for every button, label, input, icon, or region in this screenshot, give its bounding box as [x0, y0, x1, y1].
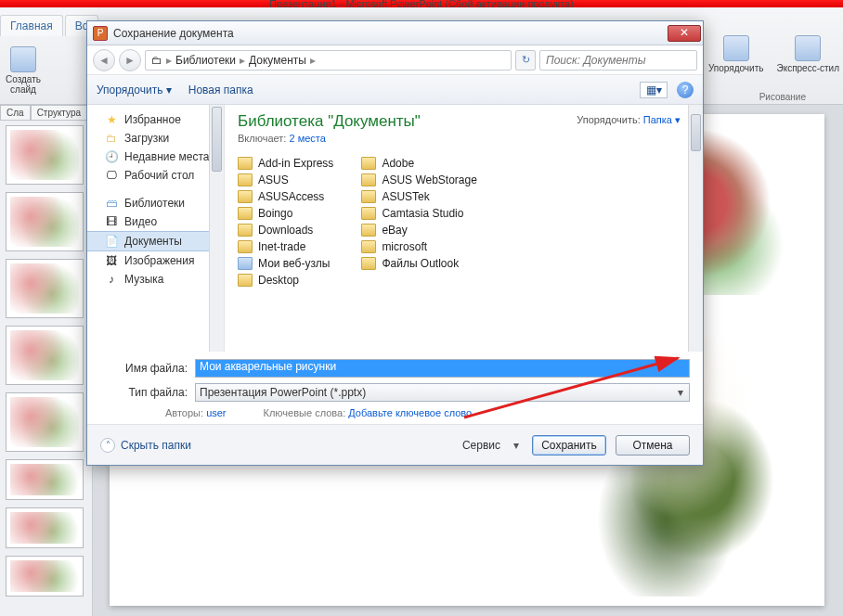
- forward-button[interactable]: ►: [119, 49, 141, 71]
- folder-item[interactable]: ASUSTek: [361, 190, 477, 203]
- chevron-right-icon: ▸: [166, 54, 172, 67]
- nav-music[interactable]: ♪Музыка: [87, 270, 224, 289]
- folder-icon: [238, 190, 253, 203]
- recent-icon: 🕘: [104, 149, 119, 164]
- slide-thumb[interactable]: [6, 192, 84, 251]
- dialog-toolbar: Упорядочить ▾ Новая папка ▦▾ ?: [87, 75, 703, 105]
- folder-icon: [361, 190, 376, 203]
- scrollbar[interactable]: [688, 105, 703, 352]
- app-titlebar: Презентация1 - Microsoft PowerPoint (Сбо…: [0, 0, 843, 7]
- quick-styles-icon: [795, 35, 821, 61]
- nav-desktop[interactable]: 🖵Рабочий стол: [87, 166, 224, 185]
- folder-item[interactable]: Мои веб-узлы: [238, 257, 333, 270]
- arrange-icon: [723, 35, 749, 61]
- ribbon-group-drawing-label: Рисование: [759, 92, 806, 102]
- filetype-label: Тип файла:: [100, 386, 188, 399]
- keywords-value[interactable]: Добавьте ключевое слово: [348, 407, 472, 418]
- dialog-titlebar[interactable]: P Сохранение документа ✕: [87, 21, 703, 45]
- slide-thumb[interactable]: [6, 125, 84, 185]
- arrange-dropdown[interactable]: Папка ▾: [643, 114, 681, 125]
- folder-item[interactable]: Camtasia Studio: [361, 207, 477, 220]
- folder-icon: [238, 257, 253, 270]
- music-icon: ♪: [104, 272, 119, 287]
- folder-item[interactable]: Downloads: [238, 224, 333, 237]
- document-icon: 📄: [104, 234, 119, 249]
- folder-item[interactable]: Desktop: [238, 274, 333, 287]
- nav-libraries[interactable]: 🗃Библиотеки: [87, 194, 224, 212]
- folder-item[interactable]: eBay: [361, 224, 477, 237]
- filename-label: Имя файла:: [100, 362, 188, 375]
- tab-slides[interactable]: Сла: [0, 105, 31, 121]
- refresh-button[interactable]: ↻: [515, 50, 536, 71]
- breadcrumb[interactable]: 🗀 ▸ Библиотеки ▸ Документы ▸: [145, 50, 512, 71]
- folder-item[interactable]: ASUS: [238, 173, 333, 186]
- slide-thumb[interactable]: [6, 259, 84, 318]
- arrange-button[interactable]: Упорядочить: [708, 35, 764, 73]
- desktop-icon: 🖵: [104, 168, 119, 183]
- hide-folders-toggle[interactable]: ˄ Скрыть папки: [100, 438, 191, 453]
- ribbon-tab-home[interactable]: Главная: [0, 15, 63, 36]
- tools-menu[interactable]: Сервис: [462, 439, 500, 452]
- slide-thumb[interactable]: [6, 392, 84, 452]
- folder-item[interactable]: ASUS WebStorage: [361, 173, 477, 186]
- slide-thumb[interactable]: [6, 459, 84, 500]
- nav-recent[interactable]: 🕘Недавние места: [87, 148, 224, 166]
- folder-icon: [238, 224, 253, 237]
- scrollbar[interactable]: [209, 105, 224, 352]
- new-folder-button[interactable]: Новая папка: [188, 83, 253, 96]
- places-link[interactable]: 2 места: [289, 133, 325, 144]
- slide-thumb[interactable]: [6, 507, 84, 548]
- authors-value[interactable]: user: [206, 407, 226, 418]
- help-button[interactable]: ?: [677, 82, 694, 98]
- search-input[interactable]: [539, 50, 697, 71]
- organize-menu[interactable]: Упорядочить ▾: [97, 83, 172, 96]
- quick-styles-button[interactable]: Экспресс-стил: [776, 35, 839, 73]
- library-subtitle: Включает: 2 места: [238, 133, 690, 144]
- close-button[interactable]: ✕: [668, 25, 701, 42]
- dialog-fields: Имя файла: Мои акварельные рисунки Тип ф…: [87, 352, 703, 424]
- folder-item[interactable]: Adobe: [361, 157, 477, 170]
- tab-outline[interactable]: Структура: [31, 105, 87, 121]
- save-button[interactable]: Сохранить: [532, 435, 606, 456]
- folder-icon: [361, 240, 376, 253]
- nav-documents[interactable]: 📄Документы: [87, 231, 224, 251]
- folder-item[interactable]: Add-in Express: [238, 157, 333, 170]
- back-button[interactable]: ◄: [93, 49, 115, 71]
- nav-downloads[interactable]: 🗀Загрузки: [87, 129, 224, 148]
- slide-thumbnails-panel: Сла Структура: [0, 105, 93, 616]
- nav-favorites[interactable]: ★Избранное: [87, 110, 224, 129]
- breadcrumb-documents[interactable]: Документы: [247, 54, 308, 67]
- folder-item[interactable]: ASUSAccess: [238, 190, 333, 203]
- slide-thumb[interactable]: [6, 326, 84, 385]
- breadcrumb-libraries[interactable]: Библиотеки: [174, 54, 238, 67]
- folder-icon: [361, 257, 376, 270]
- folder-item[interactable]: Файлы Outlook: [361, 257, 477, 270]
- folder-icon: [238, 207, 253, 220]
- dialog-footer: ˄ Скрыть папки Сервис ▾ Сохранить Отмена: [87, 424, 703, 465]
- pictures-icon: 🖼: [104, 253, 119, 268]
- folder-item[interactable]: Inet-trade: [238, 240, 333, 253]
- folder-icon: 🗀: [104, 131, 119, 146]
- slide-thumb[interactable]: [6, 556, 84, 597]
- chevron-down-icon: ▾: [674, 386, 687, 399]
- video-icon: 🎞: [104, 214, 119, 229]
- folder-item[interactable]: Boingo: [238, 207, 333, 220]
- filename-input[interactable]: Мои акварельные рисунки: [195, 359, 690, 378]
- cancel-button[interactable]: Отмена: [616, 435, 690, 456]
- keywords-label: Ключевые слова:: [264, 407, 346, 418]
- folder-icon: [361, 207, 376, 220]
- chevron-up-icon: ˄: [100, 438, 115, 453]
- library-icon: 🗃: [104, 196, 119, 211]
- folder-icon: [361, 224, 376, 237]
- filetype-dropdown[interactable]: Презентация PowerPoint (*.pptx) ▾: [195, 383, 690, 402]
- file-list-pane: Библиотека "Документы" Включает: 2 места…: [225, 105, 703, 352]
- authors-label: Авторы:: [165, 407, 203, 418]
- powerpoint-icon: P: [93, 26, 108, 41]
- new-slide-button[interactable]: Создать слайд: [6, 46, 41, 95]
- folder-icon: [238, 240, 253, 253]
- nav-video[interactable]: 🎞Видео: [87, 212, 224, 231]
- folder-item[interactable]: microsoft: [361, 240, 477, 253]
- chevron-down-icon: ▾: [510, 439, 523, 452]
- view-mode-button[interactable]: ▦▾: [640, 82, 668, 98]
- nav-pictures[interactable]: 🖼Изображения: [87, 251, 224, 270]
